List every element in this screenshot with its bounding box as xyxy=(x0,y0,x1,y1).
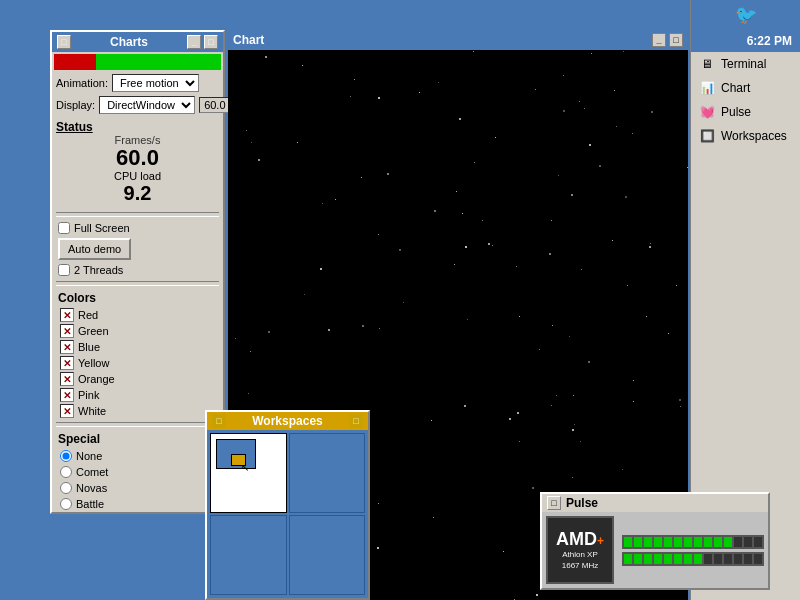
star xyxy=(464,405,466,407)
star xyxy=(509,418,511,420)
color-blue-check[interactable]: ✕ xyxy=(60,340,74,354)
taskbar-item-terminal[interactable]: 🖥 Terminal xyxy=(691,52,800,76)
star xyxy=(579,101,580,102)
animation-select[interactable]: Free motion xyxy=(112,74,199,92)
star xyxy=(354,79,355,80)
auto-demo-button[interactable]: Auto demo xyxy=(58,238,131,260)
taskbar-item-workspaces[interactable]: 🔲 Workspaces xyxy=(691,124,800,148)
taskbar-label-pulse: Pulse xyxy=(721,105,751,119)
pulse-seg xyxy=(644,537,652,547)
maximize-icon[interactable]: □ xyxy=(204,35,218,49)
star xyxy=(563,110,565,112)
star xyxy=(250,351,251,352)
workspace-cell-4[interactable] xyxy=(289,515,366,595)
star xyxy=(462,213,463,214)
fullscreen-row: Full Screen xyxy=(52,220,223,236)
color-red-check[interactable]: ✕ xyxy=(60,308,74,322)
chart-maximize-icon[interactable]: □ xyxy=(669,33,683,47)
star xyxy=(552,325,553,326)
star xyxy=(350,96,351,97)
pulse-seg-empty xyxy=(744,554,752,564)
star xyxy=(584,108,585,109)
star xyxy=(456,191,457,192)
pulse-bar-1 xyxy=(622,535,764,549)
star xyxy=(573,395,574,396)
pulse-seg xyxy=(684,554,692,564)
progress-red xyxy=(54,54,96,70)
star xyxy=(676,285,677,286)
star xyxy=(588,361,590,363)
color-yellow-check[interactable]: ✕ xyxy=(60,356,74,370)
workspaces-close-icon[interactable]: □ xyxy=(212,414,226,428)
star xyxy=(632,133,633,134)
star xyxy=(258,159,260,161)
star xyxy=(304,294,305,295)
color-orange-check[interactable]: ✕ xyxy=(60,372,74,386)
threads-checkbox[interactable] xyxy=(58,264,70,276)
star xyxy=(649,246,651,248)
close-icon[interactable]: □ xyxy=(57,35,71,49)
star xyxy=(516,266,517,267)
display-label: Display: xyxy=(56,99,95,111)
fullscreen-checkbox[interactable] xyxy=(58,222,70,234)
workspace-cell-2[interactable] xyxy=(289,433,366,513)
minimize-icon[interactable]: _ xyxy=(187,35,201,49)
color-green-check[interactable]: ✕ xyxy=(60,324,74,338)
star xyxy=(361,177,362,178)
workspace-cell-1[interactable]: ↖ xyxy=(210,433,287,513)
progress-green xyxy=(96,54,221,70)
color-pink-check[interactable]: ✕ xyxy=(60,388,74,402)
workspace-cell-3[interactable] xyxy=(210,515,287,595)
pulse-close-icon[interactable]: □ xyxy=(547,496,561,510)
chart-icon: 📊 xyxy=(699,80,715,96)
star xyxy=(569,336,570,337)
pulse-content: AMD+ Athlon XP1667 MHz xyxy=(542,512,768,588)
special-none-label: None xyxy=(76,450,102,462)
star xyxy=(268,331,270,333)
workspaces-maximize-icon[interactable]: □ xyxy=(349,414,363,428)
star xyxy=(235,338,236,339)
amd-chip: AMD+ Athlon XP1667 MHz xyxy=(546,516,614,584)
pulse-seg-empty xyxy=(704,554,712,564)
pulse-seg-empty xyxy=(754,537,762,547)
star xyxy=(668,333,669,334)
color-orange-row: ✕ Orange xyxy=(52,371,223,387)
titlebar-btns-right: _ □ xyxy=(187,35,218,49)
star xyxy=(467,319,468,320)
special-comet-radio[interactable] xyxy=(60,466,72,478)
star xyxy=(633,401,634,402)
special-battle-row: Battle xyxy=(52,496,223,512)
star xyxy=(551,405,552,406)
star xyxy=(625,196,627,198)
pulse-seg-empty xyxy=(714,554,722,564)
star xyxy=(556,395,557,396)
special-none-radio[interactable] xyxy=(60,450,72,462)
chart-minimize-icon[interactable]: _ xyxy=(652,33,666,47)
star xyxy=(517,412,519,414)
star xyxy=(454,264,455,265)
chart-area-title: Chart xyxy=(233,33,264,47)
star xyxy=(379,328,380,329)
display-select[interactable]: DirectWindow xyxy=(99,96,195,114)
color-white-check[interactable]: ✕ xyxy=(60,404,74,418)
special-battle-radio[interactable] xyxy=(60,498,72,510)
fullscreen-label: Full Screen xyxy=(74,222,130,234)
color-green-row: ✕ Green xyxy=(52,323,223,339)
taskbar-bird: 🐦 xyxy=(691,0,800,30)
terminal-icon: 🖥 xyxy=(699,56,715,72)
pulse-seg xyxy=(694,554,702,564)
star xyxy=(532,487,534,489)
star xyxy=(558,175,559,176)
charts-titlebar: □ Charts _ □ xyxy=(52,32,223,52)
star xyxy=(503,551,504,552)
pulse-seg xyxy=(644,554,652,564)
taskbar-item-pulse[interactable]: 💓 Pulse xyxy=(691,100,800,124)
pulse-seg xyxy=(724,537,732,547)
star xyxy=(431,420,432,421)
taskbar-item-chart[interactable]: 📊 Chart xyxy=(691,76,800,100)
pulse-seg xyxy=(664,537,672,547)
star xyxy=(627,285,628,286)
star xyxy=(572,429,574,431)
star xyxy=(492,245,493,246)
special-novas-radio[interactable] xyxy=(60,482,72,494)
